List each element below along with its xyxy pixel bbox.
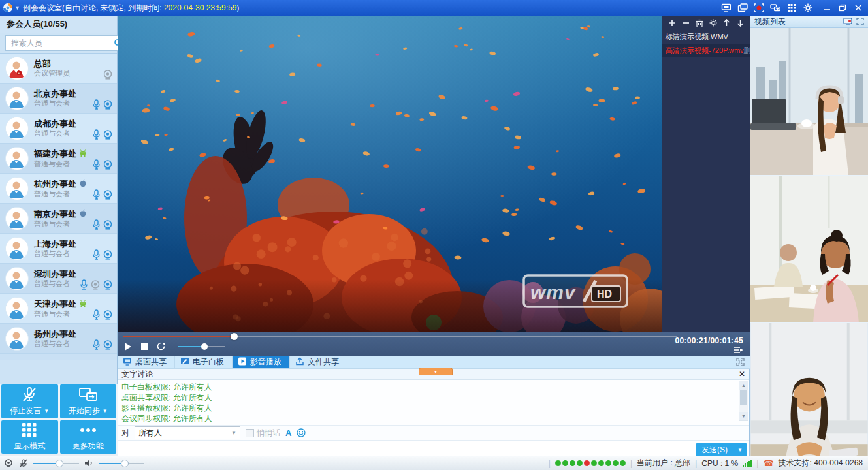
chat-collapse-handle[interactable]: ▼ (419, 368, 453, 375)
playlist-toggle-icon[interactable] (733, 346, 743, 354)
close-icon[interactable]: ✕ (739, 370, 745, 378)
emoji-button[interactable] (297, 428, 306, 437)
monitor-icon[interactable] (843, 18, 852, 25)
webcam-icon[interactable] (103, 190, 113, 200)
mic-icon[interactable] (92, 339, 101, 350)
mic-icon[interactable] (92, 159, 101, 170)
current-user-label: 当前用户 : 总部 (637, 458, 690, 469)
search-box[interactable] (5, 35, 126, 51)
signal-bars-icon (743, 460, 752, 467)
close-icon[interactable] (854, 3, 863, 12)
webcam-icon[interactable] (103, 280, 113, 290)
webcam-icon[interactable] (103, 160, 113, 170)
grid-icon[interactable] (786, 3, 797, 13)
video-thumbnail-1[interactable] (750, 28, 868, 176)
chevron-down-icon[interactable]: ▼ (103, 408, 108, 414)
action-label: 停止发言 (10, 405, 41, 416)
scroll-up-icon[interactable]: ▲ (739, 381, 748, 390)
whisper-option[interactable]: 悄悄话 (246, 428, 280, 439)
search-row (0, 33, 117, 54)
remove-icon[interactable] (681, 19, 690, 27)
chevron-down-icon[interactable]: ▼ (14, 5, 20, 11)
webcam-icon[interactable] (103, 130, 113, 140)
participant-row[interactable]: 扬州办事处 普通与会者 (0, 324, 117, 354)
webcam-icon[interactable] (103, 250, 113, 260)
play-icon[interactable] (124, 343, 132, 351)
participant-row[interactable]: 天津办事处 普通与会者 (0, 294, 117, 324)
action-more-button[interactable]: 更多功能 (60, 420, 117, 454)
playlist-delete-link[interactable]: 删除 (744, 46, 750, 55)
participant-row[interactable]: 成都办事处 普通与会者 (0, 114, 117, 144)
stop-icon[interactable] (141, 343, 148, 350)
send-button[interactable]: 发送(S) ▼ (696, 443, 747, 457)
mic-icon[interactable] (92, 249, 101, 260)
action-grid-button[interactable]: 显示模式 (1, 420, 58, 454)
participant-row[interactable]: 福建办事处 普通与会者 (0, 144, 117, 174)
webcam-icon[interactable] (103, 220, 113, 230)
player-volume-knob[interactable] (201, 343, 208, 350)
participant-row[interactable]: 南京办事处 普通与会者 (0, 204, 117, 234)
participant-row[interactable]: 深圳办事处 普通与会者 (0, 264, 117, 294)
tab-file[interactable]: 文件共享 (290, 356, 347, 368)
chevron-down-icon[interactable]: ▼ (44, 408, 49, 414)
mic-icon[interactable] (92, 219, 101, 230)
tab-whiteboard[interactable]: 电子白板 (175, 356, 233, 368)
scroll-thumb[interactable] (740, 390, 747, 405)
action-cast-button[interactable]: 开始同步▼ (60, 384, 117, 418)
mic-icon[interactable] (92, 309, 101, 320)
action-mic-off-button[interactable]: 停止发言▼ (1, 384, 58, 418)
webcam-icon[interactable] (103, 310, 113, 320)
font-style-button[interactable]: A (285, 428, 291, 438)
webcam-gray-icon[interactable] (103, 70, 113, 80)
participant-row[interactable]: P 总部 会议管理员 (0, 54, 117, 84)
player-volume-slider[interactable] (178, 346, 225, 347)
loop-icon[interactable] (157, 342, 165, 351)
participant-row[interactable]: 杭州办事处 普通与会者 (0, 174, 117, 204)
mic-icon[interactable] (92, 189, 101, 200)
up-icon[interactable] (722, 19, 731, 27)
progress-knob[interactable] (231, 333, 238, 340)
participant-row[interactable]: 北京办事处 普通与会者 (0, 84, 117, 114)
expand-icon[interactable] (856, 18, 864, 25)
speaker-volume-slider[interactable] (99, 463, 144, 464)
mic-icon[interactable] (80, 279, 88, 290)
minimize-icon[interactable] (822, 3, 831, 12)
progress-bar[interactable] (123, 336, 677, 337)
chat-scrollbar[interactable]: ▲ ▼ (739, 381, 748, 421)
send-options-caret[interactable]: ▼ (733, 447, 747, 453)
feature-tab-bar: 桌面共享电子白板影音播放文件共享 (118, 356, 750, 369)
maximize-icon[interactable] (838, 3, 847, 12)
record-icon[interactable] (754, 3, 764, 13)
down-icon[interactable] (736, 19, 745, 27)
settings-icon[interactable] (803, 3, 813, 13)
search-input[interactable] (10, 38, 114, 48)
mic-icon[interactable] (92, 129, 101, 140)
screen-share-icon[interactable] (721, 3, 731, 13)
webcam-icon[interactable] (103, 100, 113, 110)
tab-desktop[interactable]: 桌面共享 (118, 356, 175, 368)
whisper-checkbox[interactable] (246, 429, 254, 437)
window-title: 例会会议室(自由讨论, 未锁定, 到期时间: 2020-04-30 23:59:… (23, 3, 239, 14)
video-thumbnail-3[interactable] (750, 323, 868, 470)
webcam-icon[interactable] (103, 340, 113, 350)
tab-media[interactable]: 影音播放 (233, 356, 290, 368)
mic-muted-icon[interactable] (19, 459, 28, 468)
webcam-gray-icon[interactable] (90, 280, 101, 290)
trash-icon[interactable] (695, 19, 703, 27)
participants-panel: 参会人员(10/55) P 总部 会议管理员 北京办事处 普通与会者 成都办事处… (0, 16, 118, 384)
playlist-item[interactable]: 高清演示视频-720P.wmv删除 (662, 44, 750, 57)
speaker-icon[interactable] (84, 459, 93, 467)
participant-row[interactable]: 上海办事处 普通与会者 (0, 234, 117, 264)
settings-icon[interactable] (709, 19, 717, 27)
cast-icon[interactable] (770, 3, 780, 13)
expand-icon[interactable] (736, 358, 745, 366)
mic-volume-slider[interactable] (33, 463, 79, 464)
scroll-down-icon[interactable]: ▼ (739, 412, 748, 420)
playlist-item[interactable]: 标清演示视频.WMV (662, 30, 750, 44)
layout-icon[interactable] (737, 3, 748, 13)
add-icon[interactable] (667, 19, 676, 27)
mic-icon[interactable] (92, 99, 101, 110)
recipient-select[interactable]: 所有人 ▼ (135, 426, 240, 439)
webcam-icon[interactable] (4, 459, 14, 468)
video-thumbnail-2[interactable] (750, 176, 868, 323)
